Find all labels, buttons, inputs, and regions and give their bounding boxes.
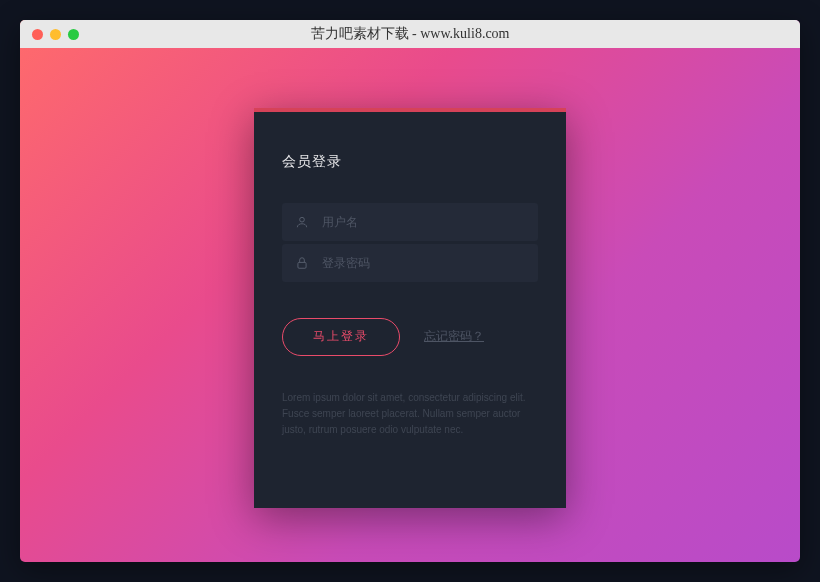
svg-point-0	[300, 217, 305, 222]
browser-titlebar: 苦力吧素材下载 - www.kuli8.com	[20, 20, 800, 48]
actions-row: 马上登录 忘记密码？	[282, 318, 538, 356]
svg-rect-1	[298, 262, 306, 268]
content-area: 会员登录 马上登录 忘记密码？ Lorem ipsum dolor sit am…	[20, 48, 800, 562]
password-input[interactable]	[322, 256, 526, 270]
forgot-password-link[interactable]: 忘记密码？	[424, 328, 484, 345]
username-input[interactable]	[322, 215, 526, 229]
maximize-icon[interactable]	[68, 29, 79, 40]
close-icon[interactable]	[32, 29, 43, 40]
login-button[interactable]: 马上登录	[282, 318, 400, 356]
password-row	[282, 244, 538, 282]
browser-window: 苦力吧素材下载 - www.kuli8.com 会员登录 马上登录 忘记密码？	[20, 20, 800, 562]
traffic-lights	[32, 29, 79, 40]
lock-icon	[294, 255, 310, 271]
username-row	[282, 203, 538, 241]
login-title: 会员登录	[282, 153, 538, 171]
window-title: 苦力吧素材下载 - www.kuli8.com	[311, 25, 510, 43]
footer-text: Lorem ipsum dolor sit amet, consectetur …	[282, 390, 538, 438]
user-icon	[294, 214, 310, 230]
minimize-icon[interactable]	[50, 29, 61, 40]
login-card: 会员登录 马上登录 忘记密码？ Lorem ipsum dolor sit am…	[254, 108, 566, 508]
